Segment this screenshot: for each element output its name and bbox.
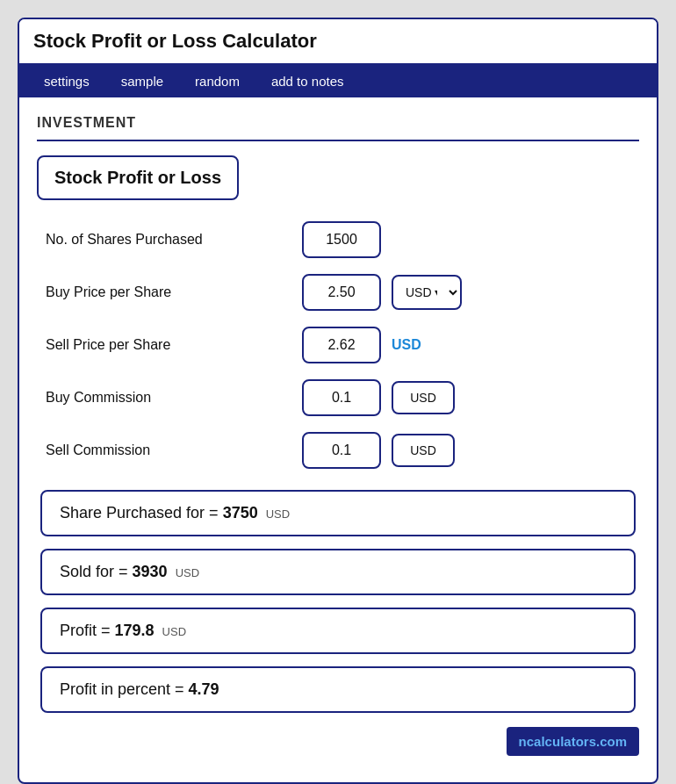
branding: ncalculators.com [37, 727, 639, 756]
brand-text: ncalculators [519, 734, 596, 749]
buy-commission-input[interactable] [302, 379, 381, 416]
profit-currency: USD [162, 625, 186, 638]
form-section: No. of Shares Purchased Buy Price per Sh… [37, 221, 639, 469]
sold-value: 3930 [133, 563, 168, 580]
sell-commission-label: Sell Commission [46, 442, 291, 458]
sell-commission-input[interactable] [302, 432, 381, 469]
buy-currency-select[interactable]: USD ▾ EUR GBP [392, 275, 462, 310]
brand-accent: .com [596, 734, 627, 749]
buy-commission-row: Buy Commission USD [46, 379, 630, 416]
percent-label: Profit in percent [60, 680, 170, 698]
shares-input[interactable] [302, 221, 381, 258]
sold-result: Sold for = 3930 USD [40, 549, 636, 595]
sold-currency: USD [176, 566, 199, 579]
purchased-currency: USD [266, 507, 290, 521]
main-content: INVESTMENT Stock Profit or Loss No. of S… [19, 97, 657, 782]
title-bar: Stock Profit or Loss Calculator [19, 19, 657, 65]
page-title: Stock Profit or Loss Calculator [33, 30, 317, 52]
sell-price-label: Sell Price per Share [46, 337, 291, 353]
nav-sample[interactable]: sample [105, 65, 179, 97]
purchased-result: Share Purchased for = 3750 USD [40, 490, 636, 536]
calc-title-box: Stock Profit or Loss [37, 155, 239, 200]
sell-commission-row: Sell Commission USD [46, 432, 630, 469]
calculator-container: Stock Profit or Loss Calculator settings… [18, 18, 658, 784]
purchased-value: 3750 [223, 504, 258, 521]
buy-price-input[interactable] [302, 274, 381, 311]
nav-bar: settings sample random add to notes [19, 65, 657, 97]
profit-result: Profit = 179.8 USD [40, 608, 636, 654]
buy-commission-label: Buy Commission [46, 390, 291, 406]
sold-label: Sold for [60, 563, 114, 580]
shares-row: No. of Shares Purchased [46, 221, 630, 258]
profit-equals: = [101, 622, 115, 639]
profit-value: 179.8 [115, 622, 155, 639]
sell-price-row: Sell Price per Share USD [46, 327, 630, 363]
buy-commission-currency: USD [392, 381, 455, 414]
nav-random[interactable]: random [179, 65, 255, 97]
sell-price-input[interactable] [302, 327, 381, 363]
profit-label: Profit [60, 622, 97, 639]
percent-equals: = [175, 680, 189, 698]
shares-label: No. of Shares Purchased [46, 232, 291, 248]
purchased-label: Share Purchased for [60, 504, 205, 521]
sell-currency-text: USD [392, 337, 421, 353]
section-label: INVESTMENT [37, 115, 639, 141]
purchased-equals: = [209, 504, 223, 521]
buy-price-label: Buy Price per Share [46, 284, 291, 300]
percent-result: Profit in percent = 4.79 [40, 666, 636, 713]
sold-equals: = [119, 563, 133, 580]
brand-badge: ncalculators.com [507, 727, 639, 756]
nav-settings[interactable]: settings [28, 65, 105, 97]
sell-commission-currency: USD [392, 434, 455, 467]
buy-price-row: Buy Price per Share USD ▾ EUR GBP [46, 274, 630, 311]
results-section: Share Purchased for = 3750 USD Sold for … [37, 490, 639, 713]
percent-value: 4.79 [189, 680, 219, 698]
nav-add-to-notes[interactable]: add to notes [255, 65, 360, 97]
